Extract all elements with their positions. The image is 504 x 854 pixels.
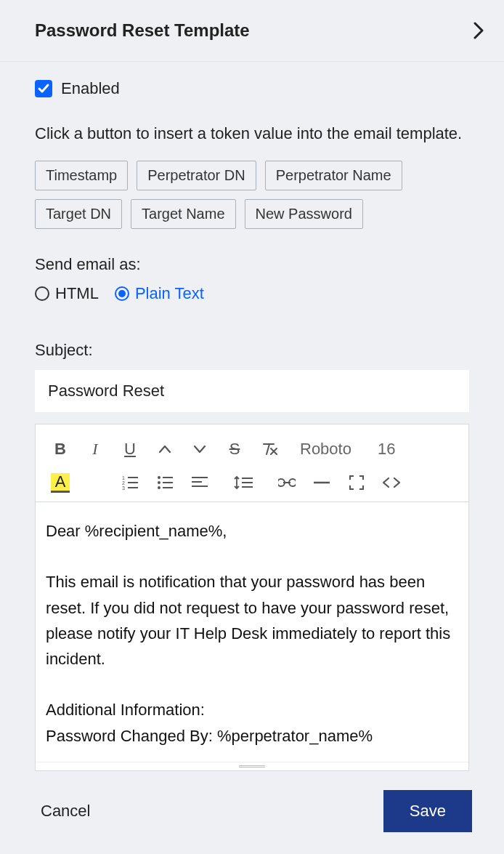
svg-text:1: 1	[122, 475, 125, 480]
token-row-1: Timestamp Perpetrator DN Perpetrator Nam…	[35, 161, 469, 190]
panel-title: Password Reset Template	[35, 20, 250, 41]
subscript-icon[interactable]	[182, 435, 217, 464]
subject-label: Subject:	[35, 341, 469, 360]
bold-icon[interactable]: B	[43, 435, 78, 464]
clear-format-icon[interactable]	[252, 435, 287, 464]
ordered-list-icon[interactable]: 123	[113, 468, 147, 497]
superscript-icon[interactable]	[147, 435, 182, 464]
editor-resize-handle[interactable]	[36, 762, 468, 770]
token-row-2: Target DN Target Name New Password	[35, 199, 469, 229]
enabled-checkbox[interactable]	[35, 80, 52, 97]
svg-point-6	[158, 476, 160, 479]
italic-icon[interactable]: I	[78, 435, 113, 464]
line-height-icon[interactable]	[226, 468, 261, 497]
fullscreen-icon[interactable]	[339, 468, 374, 497]
radio-plain-text[interactable]	[115, 286, 129, 301]
subject-input[interactable]	[35, 370, 469, 412]
svg-text:2: 2	[122, 480, 125, 486]
token-timestamp-button[interactable]: Timestamp	[35, 161, 128, 190]
editor-textarea[interactable]: Dear %recipient_name%, This email is not…	[36, 502, 468, 762]
enabled-row: Enabled	[35, 79, 469, 98]
svg-point-7	[158, 481, 160, 484]
strikethrough-icon[interactable]: S	[217, 435, 252, 464]
font-size-select[interactable]: 16	[365, 435, 408, 464]
horizontal-rule-icon[interactable]	[304, 468, 339, 497]
text-color-icon[interactable]: A	[43, 468, 78, 497]
save-button[interactable]: Save	[383, 790, 472, 832]
link-icon[interactable]	[269, 468, 304, 497]
align-icon[interactable]	[182, 468, 217, 497]
collapse-chevron-icon[interactable]	[473, 22, 487, 39]
radio-option-html[interactable]: HTML	[35, 284, 99, 303]
svg-point-8	[158, 486, 160, 489]
underline-icon[interactable]: U	[113, 435, 147, 464]
radio-html-label: HTML	[55, 284, 99, 303]
panel-body: Enabled Click a button to insert a token…	[0, 62, 504, 771]
panel-footer: Cancel Save	[0, 771, 504, 854]
token-target-dn-button[interactable]: Target DN	[35, 199, 122, 229]
radio-plain-text-label: Plain Text	[135, 284, 204, 303]
token-hint-text: Click a button to insert a token value i…	[35, 121, 469, 146]
code-view-icon[interactable]	[374, 468, 409, 497]
send-as-label: Send email as:	[35, 255, 469, 274]
unordered-list-icon[interactable]	[147, 468, 182, 497]
password-reset-template-panel: Password Reset Template Enabled Click a …	[0, 0, 504, 854]
send-as-radio-group: HTML Plain Text	[35, 284, 469, 303]
cancel-button[interactable]: Cancel	[41, 802, 90, 821]
radio-option-plain-text[interactable]: Plain Text	[115, 284, 204, 303]
panel-header: Password Reset Template	[0, 0, 504, 62]
font-name-select[interactable]: Roboto	[287, 435, 365, 464]
token-new-password-button[interactable]: New Password	[245, 199, 363, 229]
token-perpetrator-dn-button[interactable]: Perpetrator DN	[137, 161, 256, 190]
enabled-label[interactable]: Enabled	[61, 79, 120, 98]
editor-toolbar: B I U S Roboto 16 A 123	[36, 424, 468, 502]
svg-text:3: 3	[122, 486, 125, 490]
token-perpetrator-name-button[interactable]: Perpetrator Name	[265, 161, 402, 190]
token-target-name-button[interactable]: Target Name	[131, 199, 236, 229]
rich-text-editor: B I U S Roboto 16 A 123	[35, 424, 469, 771]
radio-html[interactable]	[35, 286, 49, 301]
